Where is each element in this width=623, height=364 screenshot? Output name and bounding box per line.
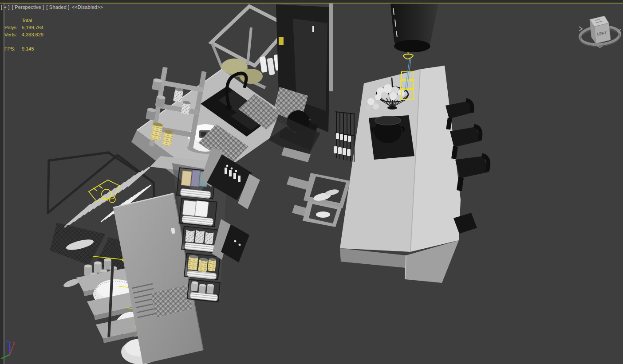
viewport-state: <<Disabled>> xyxy=(72,4,103,10)
left-edge-line xyxy=(4,4,4,364)
active-viewport-border xyxy=(0,3,623,4)
ui-top-strip xyxy=(0,0,623,3)
viewport-shading-menu[interactable]: [ Shaded ] xyxy=(46,4,69,10)
wall-corner-pole xyxy=(329,4,333,91)
door-basket-dishes[interactable] xyxy=(179,198,217,227)
viewport-pov-menu[interactable]: [ Perspective ] xyxy=(12,4,44,10)
left-edge-strip xyxy=(0,4,4,364)
viewport-label[interactable]: [ + ] [ Perspective ] [ Shaded ] <<Disab… xyxy=(1,4,103,10)
door-basket-pasta[interactable] xyxy=(184,253,220,280)
viewport-quad-menu[interactable]: [ + ] xyxy=(1,4,10,10)
max-viewport[interactable]: LEFT z x [ + ] [ Perspective ] [ Shaded … xyxy=(0,0,623,364)
x-axis-label: x xyxy=(13,341,15,346)
door-basket-jars[interactable] xyxy=(181,226,218,253)
door-basket-cups[interactable] xyxy=(187,279,220,302)
oven-label xyxy=(279,37,284,45)
z-axis-label: z xyxy=(6,339,9,344)
